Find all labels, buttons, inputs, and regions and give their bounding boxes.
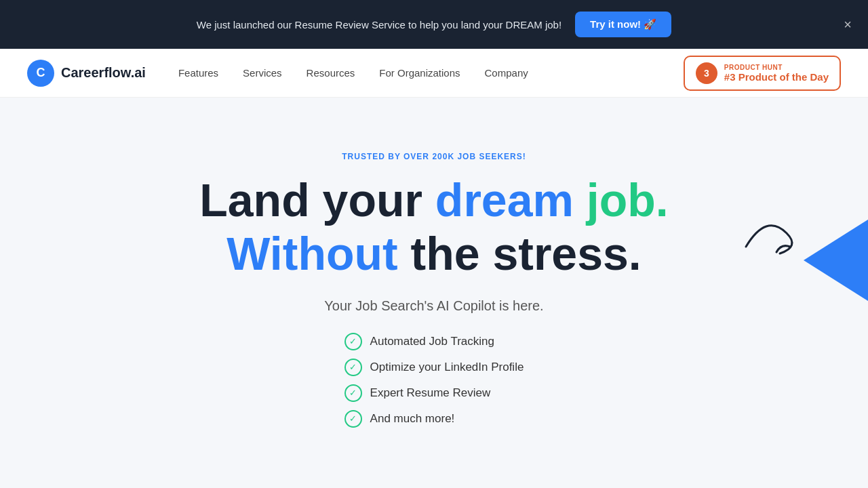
feature-item-0: ✓ Automated Job Tracking bbox=[344, 333, 494, 350]
heading-stress: the stress. bbox=[398, 228, 642, 279]
trusted-label: TRUSTED BY OVER 200K JOB SEEKERS! bbox=[27, 152, 841, 161]
banner-text: We just launched our Resume Review Servi… bbox=[197, 19, 561, 30]
heading-dream: dream bbox=[435, 174, 574, 226]
logo-icon: C bbox=[27, 60, 54, 87]
ph-pre-label: PRODUCT HUNT bbox=[724, 64, 829, 71]
deco-corner bbox=[787, 220, 868, 301]
check-icon-1: ✓ bbox=[344, 359, 362, 376]
hero-section: TRUSTED BY OVER 200K JOB SEEKERS! Land y… bbox=[0, 98, 868, 468]
trusted-post: JOB SEEKERS! bbox=[454, 152, 526, 161]
heading-pre: Land your bbox=[199, 174, 435, 226]
trusted-highlight: 200K bbox=[432, 152, 454, 161]
nav-item-company[interactable]: Company bbox=[485, 67, 528, 79]
logo[interactable]: C Careerflow.ai bbox=[27, 60, 146, 87]
feature-item-1: ✓ Optimize your LinkedIn Profile bbox=[344, 359, 524, 376]
check-icon-0: ✓ bbox=[344, 333, 362, 350]
navbar: C Careerflow.ai Features Services Resour… bbox=[0, 49, 868, 98]
logo-text: Careerflow.ai bbox=[61, 65, 146, 81]
banner-close-button[interactable]: × bbox=[844, 17, 852, 33]
ph-label: #3 Product of the Day bbox=[724, 71, 829, 83]
banner-cta-button[interactable]: Try it now! 🚀 bbox=[575, 12, 671, 37]
top-banner: We just launched our Resume Review Servi… bbox=[0, 0, 868, 49]
feature-item-3: ✓ And much more! bbox=[344, 410, 455, 428]
heading-job: job. bbox=[574, 174, 669, 226]
feature-label-0: Automated Job Tracking bbox=[370, 335, 494, 348]
ph-badge-text: PRODUCT HUNT #3 Product of the Day bbox=[724, 64, 829, 83]
triangle-decoration bbox=[804, 220, 868, 301]
check-icon-2: ✓ bbox=[344, 384, 362, 402]
swirl-icon bbox=[739, 206, 807, 260]
nav-item-features[interactable]: Features bbox=[178, 67, 218, 79]
check-icon-3: ✓ bbox=[344, 410, 362, 428]
nav-links: Features Services Resources For Organiza… bbox=[178, 67, 684, 79]
feature-label-1: Optimize your LinkedIn Profile bbox=[370, 361, 524, 374]
nav-item-for-organizations[interactable]: For Organizations bbox=[379, 67, 460, 79]
nav-item-services[interactable]: Services bbox=[243, 67, 282, 79]
feature-item-2: ✓ Expert Resume Review bbox=[344, 384, 491, 402]
ph-medal-icon: 3 bbox=[696, 62, 717, 84]
trusted-pre: TRUSTED BY OVER bbox=[342, 152, 432, 161]
hero-heading-line1: Land your dream job. bbox=[27, 175, 841, 226]
features-list: ✓ Automated Job Tracking ✓ Optimize your… bbox=[344, 333, 524, 428]
feature-label-3: And much more! bbox=[370, 412, 455, 426]
feature-label-2: Expert Resume Review bbox=[370, 386, 491, 400]
hero-heading-line2: Without the stress. bbox=[27, 228, 841, 279]
product-hunt-badge[interactable]: 3 PRODUCT HUNT #3 Product of the Day bbox=[684, 56, 841, 91]
nav-item-resources[interactable]: Resources bbox=[307, 67, 355, 79]
heading-without: Without bbox=[226, 228, 397, 279]
hero-subtext: Your Job Search's AI Copilot is here. bbox=[27, 298, 841, 314]
